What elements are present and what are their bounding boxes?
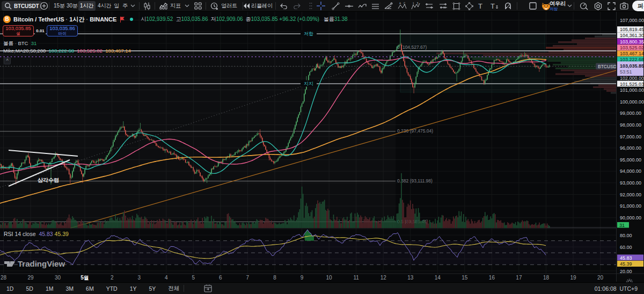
svg-text:T: T bbox=[491, 2, 495, 10]
svg-text:저항: 저항 bbox=[304, 31, 313, 36]
svg-text:100,000.00: 100,000.00 bbox=[620, 99, 644, 105]
svg-text:19: 19 bbox=[570, 275, 576, 281]
svg-text:95,000.00: 95,000.00 bbox=[620, 157, 641, 163]
svg-text:12: 12 bbox=[380, 275, 387, 281]
svg-text:92,000.00: 92,000.00 bbox=[620, 192, 641, 197]
svg-text:3: 3 bbox=[137, 275, 141, 281]
svg-text:1: 1 bbox=[413, 2, 414, 5]
svg-text:101,525.03: 101,525.03 bbox=[620, 82, 644, 87]
svg-text:103,800.35: 103,800.35 bbox=[620, 39, 644, 45]
svg-text:16: 16 bbox=[489, 275, 495, 281]
svg-text:29: 29 bbox=[27, 275, 34, 281]
svg-text:17: 17 bbox=[516, 275, 522, 281]
svg-text:30: 30 bbox=[55, 275, 61, 281]
svg-text:13: 13 bbox=[407, 275, 414, 281]
svg-text:97,000.00: 97,000.00 bbox=[620, 134, 641, 139]
svg-text:삼각수렴: 삼각수렴 bbox=[38, 177, 59, 183]
svg-text:104,361.30: 104,361.30 bbox=[620, 33, 644, 38]
svg-text:103,467.14: 103,467.14 bbox=[620, 51, 644, 56]
svg-text:4: 4 bbox=[165, 275, 168, 281]
svg-text:10: 10 bbox=[326, 275, 333, 281]
svg-text:TradingView: TradingView bbox=[18, 259, 65, 268]
svg-text:T: T bbox=[478, 2, 482, 10]
svg-text:20: 20 bbox=[597, 275, 604, 281]
svg-text:93,000.00: 93,000.00 bbox=[620, 180, 641, 186]
svg-text:103,525.02: 103,525.02 bbox=[620, 45, 644, 50]
svg-text:60.00: 60.00 bbox=[620, 245, 632, 250]
svg-text:0.236 (97,475.04): 0.236 (97,475.04) bbox=[397, 128, 433, 134]
svg-text:90,000.00: 90,000.00 bbox=[620, 215, 641, 220]
svg-text:98,000.00: 98,000.00 bbox=[620, 122, 641, 128]
svg-text:31: 31 bbox=[619, 223, 625, 228]
svg-text:105,819.45: 105,819.45 bbox=[620, 27, 644, 32]
svg-text:11: 11 bbox=[353, 275, 359, 281]
svg-text:103,035.85: 103,035.85 bbox=[620, 63, 644, 69]
svg-text:5월: 5월 bbox=[80, 275, 89, 281]
svg-text:102,000.00: 102,000.00 bbox=[620, 76, 644, 81]
svg-text:45.83: 45.83 bbox=[620, 255, 632, 261]
svg-text:2: 2 bbox=[111, 275, 114, 281]
svg-text:18: 18 bbox=[543, 275, 550, 281]
svg-text:96,000.00: 96,000.00 bbox=[620, 145, 641, 151]
svg-text:15: 15 bbox=[462, 275, 468, 281]
svg-text:5: 5 bbox=[417, 2, 419, 5]
svg-text:8: 8 bbox=[273, 275, 276, 281]
svg-text:6: 6 bbox=[219, 275, 222, 281]
svg-text:28: 28 bbox=[1, 275, 7, 281]
svg-text:99,000.00: 99,000.00 bbox=[620, 111, 641, 116]
svg-text:91,000.00: 91,000.00 bbox=[620, 203, 641, 209]
svg-text:94,000.00: 94,000.00 bbox=[620, 168, 641, 174]
svg-text:9: 9 bbox=[301, 275, 304, 281]
svg-text:7: 7 bbox=[246, 275, 250, 281]
svg-text:20.00: 20.00 bbox=[620, 269, 632, 274]
svg-text:45.39: 45.39 bbox=[620, 261, 632, 267]
svg-text:0.382 (93,111.98): 0.382 (93,111.98) bbox=[397, 178, 433, 183]
svg-text:107,000.00: 107,000.00 bbox=[620, 18, 644, 23]
svg-text:14: 14 bbox=[435, 275, 441, 281]
svg-text:53:51: 53:51 bbox=[620, 69, 632, 75]
svg-text:5: 5 bbox=[192, 275, 195, 281]
svg-text:지지: 지지 bbox=[304, 81, 313, 86]
svg-text:80.00: 80.00 bbox=[620, 233, 632, 238]
svg-text:101,000.00: 101,000.00 bbox=[620, 87, 644, 93]
svg-text:A: A bbox=[399, 2, 401, 5]
